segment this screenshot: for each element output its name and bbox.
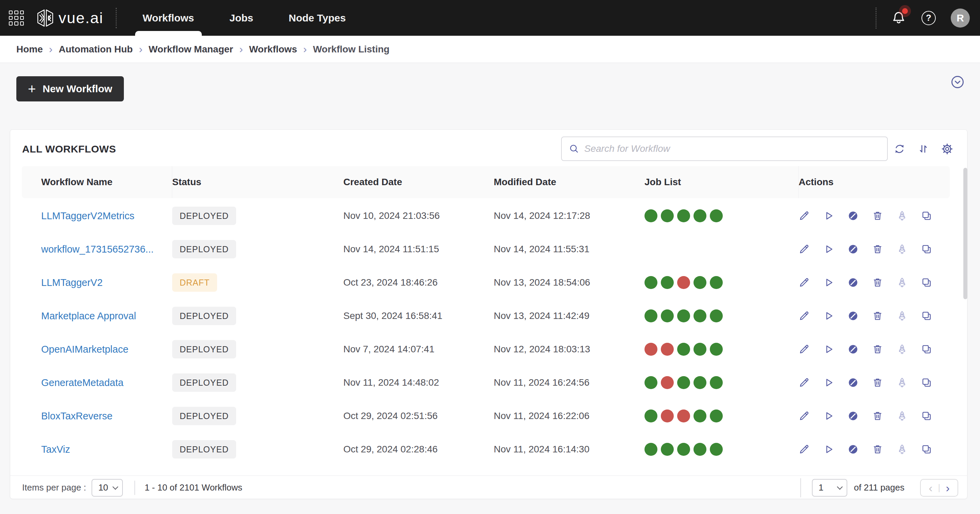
job-status-dot-success[interactable] bbox=[694, 343, 706, 356]
job-status-dot-success[interactable] bbox=[694, 409, 706, 422]
job-status-dot-success[interactable] bbox=[661, 309, 674, 322]
new-workflow-button[interactable]: + New Workflow bbox=[16, 76, 124, 102]
delete-icon[interactable] bbox=[872, 344, 883, 355]
run-icon[interactable] bbox=[823, 410, 834, 422]
job-status-dot-failed[interactable] bbox=[677, 409, 690, 422]
edit-icon[interactable] bbox=[798, 243, 810, 255]
job-status-dot-success[interactable] bbox=[677, 309, 690, 322]
cancel-icon[interactable] bbox=[847, 377, 859, 388]
job-status-dot-success[interactable] bbox=[661, 209, 674, 222]
workflow-link[interactable]: Marketplace Approval bbox=[41, 310, 136, 321]
user-avatar[interactable]: R bbox=[951, 8, 970, 27]
job-status-dot-success[interactable] bbox=[644, 376, 657, 389]
workflow-link[interactable]: BloxTaxReverse bbox=[41, 411, 113, 422]
launch-icon[interactable] bbox=[896, 444, 908, 455]
delete-icon[interactable] bbox=[872, 444, 883, 455]
refresh-icon[interactable] bbox=[893, 143, 906, 155]
run-icon[interactable] bbox=[823, 277, 834, 288]
launch-icon[interactable] bbox=[896, 310, 908, 321]
duplicate-icon[interactable] bbox=[921, 277, 932, 288]
page-select[interactable]: 1 bbox=[812, 479, 847, 496]
breadcrumb-item[interactable]: Automation Hub bbox=[59, 44, 133, 55]
delete-icon[interactable] bbox=[872, 243, 883, 255]
nav-item-workflows[interactable]: Workflows bbox=[142, 0, 195, 36]
edit-icon[interactable] bbox=[798, 277, 810, 288]
job-status-dot-success[interactable] bbox=[710, 276, 723, 289]
app-launcher-icon[interactable] bbox=[9, 11, 24, 25]
breadcrumb-item[interactable]: Workflow Manager bbox=[149, 44, 233, 55]
job-status-dot-success[interactable] bbox=[710, 309, 723, 322]
run-icon[interactable] bbox=[823, 344, 834, 355]
job-status-dot-failed[interactable] bbox=[661, 409, 674, 422]
duplicate-icon[interactable] bbox=[921, 410, 932, 422]
run-icon[interactable] bbox=[823, 310, 834, 321]
workflow-link[interactable]: OpenAIMarketplace bbox=[41, 344, 128, 355]
cancel-icon[interactable] bbox=[847, 243, 859, 255]
delete-icon[interactable] bbox=[872, 310, 883, 321]
edit-icon[interactable] bbox=[798, 310, 810, 321]
collapse-panel-icon[interactable] bbox=[950, 75, 965, 89]
breadcrumb-item[interactable]: Workflows bbox=[249, 44, 297, 55]
run-icon[interactable] bbox=[823, 377, 834, 388]
job-status-dot-success[interactable] bbox=[710, 209, 723, 222]
scrollbar-thumb[interactable] bbox=[963, 168, 967, 299]
launch-icon[interactable] bbox=[896, 344, 908, 355]
job-status-dot-success[interactable] bbox=[694, 276, 706, 289]
cancel-icon[interactable] bbox=[847, 310, 859, 321]
duplicate-icon[interactable] bbox=[921, 243, 932, 255]
next-page-button[interactable]: › bbox=[946, 482, 950, 493]
job-status-dot-success[interactable] bbox=[710, 443, 723, 456]
job-status-dot-success[interactable] bbox=[677, 443, 690, 456]
job-status-dot-success[interactable] bbox=[644, 443, 657, 456]
notifications-bell-icon[interactable] bbox=[891, 10, 907, 26]
edit-icon[interactable] bbox=[798, 377, 810, 388]
duplicate-icon[interactable] bbox=[921, 377, 932, 388]
help-icon[interactable]: ? bbox=[921, 11, 936, 25]
launch-icon[interactable] bbox=[896, 377, 908, 388]
job-status-dot-success[interactable] bbox=[677, 209, 690, 222]
edit-icon[interactable] bbox=[798, 410, 810, 422]
job-status-dot-success[interactable] bbox=[694, 209, 706, 222]
edit-icon[interactable] bbox=[798, 210, 810, 221]
run-icon[interactable] bbox=[823, 444, 834, 455]
run-icon[interactable] bbox=[823, 243, 834, 255]
cancel-icon[interactable] bbox=[847, 444, 859, 455]
launch-icon[interactable] bbox=[896, 410, 908, 422]
job-status-dot-success[interactable] bbox=[710, 343, 723, 356]
job-status-dot-success[interactable] bbox=[644, 409, 657, 422]
workflow-link[interactable]: LLMTaggerV2 bbox=[41, 277, 103, 288]
search-input[interactable] bbox=[584, 143, 887, 154]
workflow-link[interactable]: GenerateMetadata bbox=[41, 377, 124, 388]
job-status-dot-success[interactable] bbox=[694, 443, 706, 456]
launch-icon[interactable] bbox=[896, 210, 908, 221]
cancel-icon[interactable] bbox=[847, 277, 859, 288]
sort-icon[interactable] bbox=[917, 143, 930, 155]
delete-icon[interactable] bbox=[872, 377, 883, 388]
launch-icon[interactable] bbox=[896, 277, 908, 288]
job-status-dot-failed[interactable] bbox=[661, 343, 674, 356]
duplicate-icon[interactable] bbox=[921, 344, 932, 355]
job-status-dot-failed[interactable] bbox=[677, 276, 690, 289]
delete-icon[interactable] bbox=[872, 210, 883, 221]
duplicate-icon[interactable] bbox=[921, 310, 932, 321]
launch-icon[interactable] bbox=[896, 243, 908, 255]
job-status-dot-success[interactable] bbox=[644, 309, 657, 322]
edit-icon[interactable] bbox=[798, 444, 810, 455]
delete-icon[interactable] bbox=[872, 410, 883, 422]
cancel-icon[interactable] bbox=[847, 210, 859, 221]
nav-item-jobs[interactable]: Jobs bbox=[229, 0, 254, 36]
prev-page-button[interactable]: ‹ bbox=[929, 482, 932, 493]
run-icon[interactable] bbox=[823, 210, 834, 221]
settings-icon[interactable] bbox=[941, 143, 953, 155]
job-status-dot-success[interactable] bbox=[644, 209, 657, 222]
job-status-dot-success[interactable] bbox=[694, 309, 706, 322]
duplicate-icon[interactable] bbox=[921, 444, 932, 455]
job-status-dot-failed[interactable] bbox=[644, 343, 657, 356]
workflow-link[interactable]: LLMTaggerV2Metrics bbox=[41, 210, 134, 221]
duplicate-icon[interactable] bbox=[921, 210, 932, 221]
workflow-link[interactable]: workflow_17315652736... bbox=[41, 244, 154, 255]
cancel-icon[interactable] bbox=[847, 344, 859, 355]
delete-icon[interactable] bbox=[872, 277, 883, 288]
workflow-link[interactable]: TaxViz bbox=[41, 444, 70, 455]
job-status-dot-success[interactable] bbox=[677, 376, 690, 389]
